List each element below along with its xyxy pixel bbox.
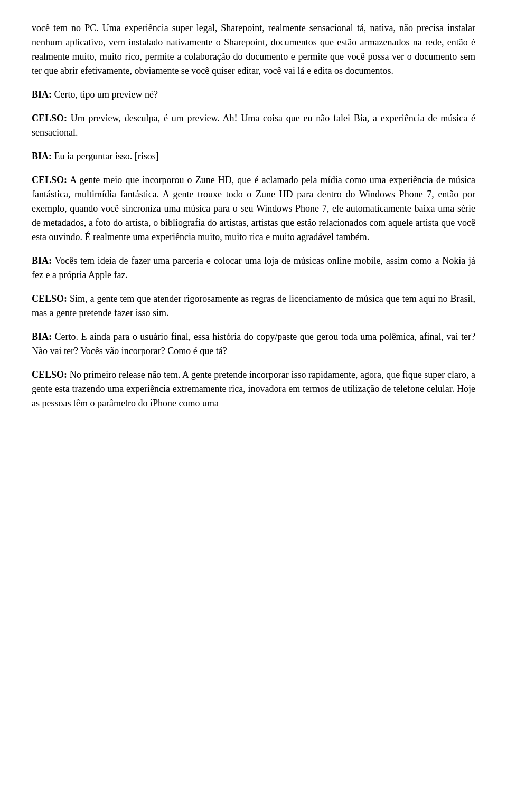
- speaker-celso-3: CELSO:: [32, 293, 67, 304]
- paragraph-3: CELSO: Um preview, desculpa, é um previe…: [32, 111, 475, 140]
- paragraph-5-text: A gente meio que incorporou o Zune HD, q…: [32, 175, 475, 242]
- paragraph-6: BIA: Vocês tem ideia de fazer uma parcer…: [32, 254, 475, 282]
- paragraph-6-text: Vocês tem ideia de fazer uma parceria e …: [32, 255, 475, 280]
- paragraph-7: CELSO: Sim, a gente tem que atender rigo…: [32, 292, 475, 320]
- main-content: você tem no PC. Uma experiência super le…: [32, 21, 475, 410]
- paragraph-7-text: Sim, a gente tem que atender rigorosamen…: [32, 293, 475, 318]
- paragraph-2: BIA: Certo, tipo um preview né?: [32, 88, 475, 102]
- paragraph-5: CELSO: A gente meio que incorporou o Zun…: [32, 173, 475, 244]
- paragraph-1: você tem no PC. Uma experiência super le…: [32, 21, 475, 78]
- paragraph-3-text: Um preview, desculpa, é um preview. Ah! …: [32, 113, 475, 138]
- paragraph-4: BIA: Eu ia perguntar isso. [risos]: [32, 149, 475, 164]
- speaker-bia-3: BIA:: [32, 255, 52, 266]
- paragraph-8-text: Certo. E ainda para o usuário final, ess…: [32, 331, 475, 356]
- paragraph-8: BIA: Certo. E ainda para o usuário final…: [32, 330, 475, 358]
- paragraph-2-text: Certo, tipo um preview né?: [52, 89, 158, 100]
- speaker-celso-2: CELSO:: [32, 175, 67, 185]
- speaker-bia-4: BIA:: [32, 331, 52, 342]
- speaker-bia-1: BIA:: [32, 89, 52, 100]
- paragraph-9: CELSO: No primeiro release não tem. A ge…: [32, 368, 475, 410]
- speaker-celso-1: CELSO:: [32, 113, 67, 123]
- paragraph-1-text: você tem no PC. Uma experiência super le…: [32, 23, 475, 76]
- speaker-bia-2: BIA:: [32, 151, 52, 161]
- paragraph-9-text: No primeiro release não tem. A gente pre…: [32, 369, 475, 408]
- speaker-celso-4: CELSO:: [32, 369, 67, 380]
- paragraph-4-text: Eu ia perguntar isso. [risos]: [52, 151, 159, 161]
